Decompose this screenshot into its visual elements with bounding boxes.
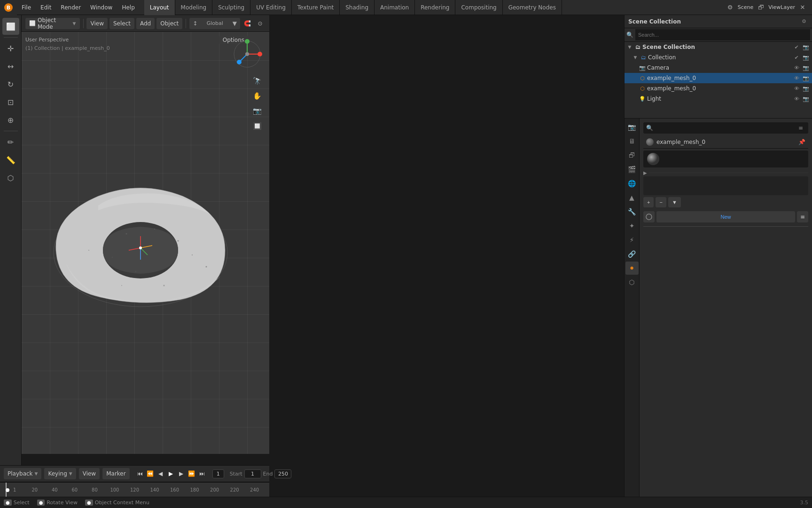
light-render-btn[interactable]: 📷 <box>802 95 810 103</box>
cam-vis-btn[interactable]: 👁 <box>792 64 801 72</box>
coll-render-btn[interactable]: 📷 <box>802 53 810 62</box>
material-more-btn[interactable]: ▼ <box>668 197 681 207</box>
constraints-props-icon[interactable]: 🔗 <box>625 247 639 261</box>
mat-expand-arrow[interactable]: ▶ <box>643 170 647 175</box>
view-layer-props-icon[interactable]: 🗗 <box>625 149 639 162</box>
scene-selector[interactable]: ⚙ <box>725 2 736 13</box>
expand-scene-coll[interactable]: ▼ <box>626 44 633 50</box>
viewport[interactable]: User Perspective (1) Collection | exampl… <box>22 32 269 454</box>
frame-start-btn[interactable]: ⏮ <box>135 469 145 478</box>
modifier-props-icon[interactable]: 🔧 <box>625 205 639 218</box>
tab-geometry-nodes[interactable]: Geometry Nodes <box>503 0 562 15</box>
material-browse-btn[interactable] <box>643 211 655 222</box>
particles-props-icon[interactable]: ✦ <box>625 219 639 232</box>
jump-fwd-btn[interactable]: ⏩ <box>187 469 196 478</box>
current-frame-display[interactable]: 1 <box>212 469 224 478</box>
view-layer-icon[interactable]: 🗗 <box>755 2 766 13</box>
expand-collection[interactable]: ▼ <box>632 54 639 61</box>
cursor-tool[interactable]: ✛ <box>2 40 19 57</box>
scale-tool[interactable]: ⊡ <box>2 94 19 111</box>
props-filter-icon[interactable]: ≡ <box>796 123 805 133</box>
select-tool[interactable]: ⬜ <box>2 18 19 35</box>
tab-modeling[interactable]: Modeling <box>175 0 213 15</box>
camera-view-tool[interactable]: 📷 <box>250 104 264 118</box>
mesh1-render-btn[interactable]: 📷 <box>802 84 810 93</box>
menu-window[interactable]: Window <box>86 0 117 15</box>
timeline-view-menu[interactable]: View <box>79 468 100 479</box>
object-props-icon[interactable]: ▲ <box>625 191 639 204</box>
object-mode-dropdown[interactable]: ⬜ Object Mode ▼ <box>25 18 80 29</box>
maximize-icon[interactable]: ✕ <box>797 2 808 13</box>
tab-compositing[interactable]: Compositing <box>455 0 502 15</box>
outliner-camera[interactable]: 📷 Camera 👁 📷 <box>625 63 812 73</box>
render-preview-tool[interactable]: 🔲 <box>250 119 264 133</box>
annotate-tool[interactable]: ✏ <box>2 134 19 151</box>
data-props-icon[interactable]: ⬡ <box>625 276 639 289</box>
play-btn[interactable]: ▶ <box>166 469 176 478</box>
snap-icon[interactable]: 🧲 <box>242 18 253 29</box>
tab-rendering[interactable]: Rendering <box>415 0 455 15</box>
cam-render-btn[interactable]: 📷 <box>802 64 810 72</box>
props-search-input[interactable] <box>655 125 796 131</box>
marker-menu[interactable]: Marker <box>102 468 129 479</box>
scene-props-icon[interactable]: 🎬 <box>625 163 639 176</box>
tab-shading[interactable]: Shading <box>340 0 375 15</box>
outliner-collection[interactable]: ▼ 🗂 Collection ✔ 📷 <box>625 52 812 63</box>
scene-collection-row[interactable]: ▼ 🗂 Scene Collection ✔ 📷 <box>625 42 812 52</box>
new-material-btn[interactable]: New <box>656 211 795 222</box>
light-vis-btn[interactable]: 👁 <box>792 95 801 103</box>
frame-end-input[interactable]: 250 <box>274 469 291 478</box>
tab-uv-editing[interactable]: UV Editing <box>250 0 292 15</box>
physics-props-icon[interactable]: ⚡ <box>625 233 639 246</box>
zoom-in-tool[interactable]: 🔭 <box>250 74 264 87</box>
outliner-light[interactable]: 💡 Light 👁 📷 <box>625 94 812 104</box>
transform-tool[interactable]: ⊕ <box>2 111 19 128</box>
transform-icon[interactable]: ↕ <box>189 18 201 29</box>
global-arrow[interactable]: ▼ <box>229 18 240 29</box>
menu-edit[interactable]: Edit <box>36 0 56 15</box>
tab-sculpting[interactable]: Sculpting <box>212 0 250 15</box>
material-props-icon[interactable]: ⚫ <box>625 262 639 275</box>
menu-render[interactable]: Render <box>56 0 86 15</box>
material-settings-btn[interactable]: ≡ <box>797 211 808 222</box>
move-tool[interactable]: ↔ <box>2 58 19 75</box>
outliner-mesh-1[interactable]: ⬡ example_mesh_0 👁 📷 <box>625 83 812 94</box>
menu-file[interactable]: File <box>17 0 36 15</box>
render-props-icon[interactable]: 📷 <box>625 120 639 134</box>
mesh0-vis-btn[interactable]: 👁 <box>792 74 801 82</box>
mesh0-render-btn[interactable]: 📷 <box>802 74 810 82</box>
active-obj-pin[interactable]: 📌 <box>798 139 805 145</box>
tab-animation[interactable]: Animation <box>375 0 415 15</box>
keying-menu[interactable]: Keying ▼ <box>44 468 76 479</box>
world-props-icon[interactable]: 🌐 <box>625 177 639 190</box>
add-menu[interactable]: Add <box>136 18 155 29</box>
add-material-btn[interactable]: + <box>643 197 654 207</box>
outliner-mesh-0[interactable]: ⬡ example_mesh_0 👁 📷 <box>625 73 812 83</box>
frame-start-input[interactable]: 1 <box>244 469 261 478</box>
add-tool[interactable]: ⬡ <box>2 169 19 186</box>
outliner-search-input[interactable] <box>635 29 810 40</box>
mesh1-vis-btn[interactable]: 👁 <box>792 84 801 93</box>
material-slot-list[interactable] <box>643 176 808 195</box>
visibility-btn[interactable]: ✔ <box>792 43 801 51</box>
playback-menu[interactable]: Playback ▼ <box>4 468 41 479</box>
remove-material-btn[interactable]: − <box>656 197 666 207</box>
rotate-tool[interactable]: ↻ <box>2 76 19 93</box>
step-back-btn[interactable]: ◀ <box>156 469 165 478</box>
step-fwd-btn[interactable]: ▶ <box>177 469 186 478</box>
render-btn[interactable]: 📷 <box>802 43 810 51</box>
tab-texture-paint[interactable]: Texture Paint <box>292 0 340 15</box>
frame-end-btn[interactable]: ⏭ <box>197 469 207 478</box>
coll-vis-btn[interactable]: ✔ <box>792 53 801 62</box>
pan-tool[interactable]: ✋ <box>250 89 264 103</box>
menu-help[interactable]: Help <box>117 0 139 15</box>
orbit-gizmo[interactable] <box>231 38 264 71</box>
object-menu[interactable]: Object <box>156 18 182 29</box>
output-props-icon[interactable]: 🖥 <box>625 135 639 148</box>
select-menu[interactable]: Select <box>109 18 134 29</box>
view-menu[interactable]: View <box>86 18 107 29</box>
global-dropdown[interactable]: Global <box>201 18 229 29</box>
measure-tool[interactable]: 📏 <box>2 151 19 168</box>
outliner-filter-btn[interactable]: ⚙ <box>800 17 808 26</box>
jump-back-btn[interactable]: ⏪ <box>146 469 155 478</box>
